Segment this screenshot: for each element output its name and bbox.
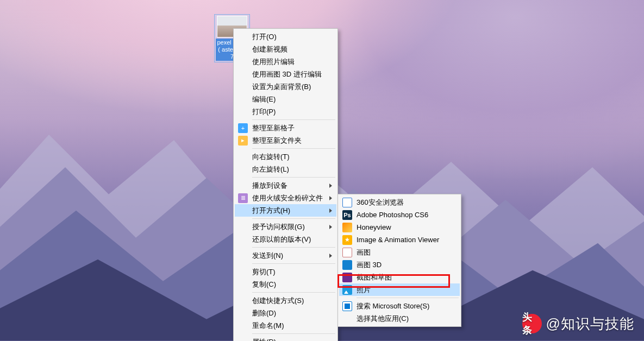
main-menu-item-access[interactable]: 授予访问权限(G) [235, 220, 336, 233]
openwith-menu-item-iav[interactable]: ★Image & Animation Viewer [339, 233, 460, 246]
menu-item-label: 复制(C) [252, 280, 276, 289]
menu-item-label: 打印(P) [252, 107, 276, 117]
openwith-menu-item-photos[interactable]: 照片 [339, 283, 460, 296]
main-menu-item-newgrid[interactable]: +整理至新格子 [235, 122, 336, 134]
menu-item-label: 删除(D) [252, 308, 276, 318]
hv-icon [342, 223, 352, 232]
menu-item-label: Honeyview [357, 223, 391, 231]
menu-item-label: 照片 [357, 285, 371, 295]
photos-icon [342, 285, 352, 295]
paint3d-icon [342, 260, 352, 270]
main-menu-item-delete[interactable]: 删除(D) [235, 307, 336, 319]
main-menu-item-cast[interactable]: 播放到设备 [235, 179, 336, 192]
menu-item-label: 发送到(N) [252, 251, 283, 261]
menu-item-label: 授予访问权限(G) [252, 222, 305, 232]
menu-separator [357, 298, 459, 298]
menu-item-label: 打开方式(H) [252, 206, 290, 216]
main-menu-item-setbg[interactable]: 设置为桌面背景(B) [235, 80, 336, 93]
main-menu-item-restore[interactable]: 还原以前的版本(V) [235, 233, 336, 245]
main-menu-item-newvideo[interactable]: 创建新视频 [235, 43, 336, 55]
menu-separator [252, 263, 335, 264]
openwith-menu-item-360[interactable]: e360安全浏览器 [339, 196, 460, 209]
main-menu-item-editphotos[interactable]: 使用照片编辑 [235, 55, 336, 68]
plus-icon: + [238, 123, 248, 133]
snip-icon [342, 273, 352, 282]
main-menu-item-print[interactable]: 打印(P) [235, 105, 336, 118]
openwith-menu-item-honey[interactable]: Honeyview [339, 221, 460, 233]
main-menu-item-cut[interactable]: 剪切(T) [235, 266, 336, 278]
main-menu-item-copy[interactable]: 复制(C) [235, 278, 336, 291]
main-menu-item-paint3dedit[interactable]: 使用画图 3D 进行编辑 [235, 68, 336, 80]
main-menu-item-edit[interactable]: 编辑(E) [235, 93, 336, 105]
menu-item-label: 向右旋转(T) [252, 152, 290, 162]
main-menu-item-newfolder[interactable]: ▸整理至新文件夹 [235, 134, 336, 147]
menu-separator [252, 247, 335, 248]
menu-item-label: 重命名(M) [252, 321, 284, 331]
menu-item-label: 搜索 Microsoft Store(S) [357, 301, 429, 311]
main-menu-item-open[interactable]: 打开(O) [235, 30, 336, 43]
menu-separator [252, 177, 335, 178]
menu-item-label: 属性(R) [252, 337, 276, 342]
openwith-menu-item-paint3d[interactable]: 画图 3D [339, 258, 460, 271]
menu-item-label: Image & Animation Viewer [357, 236, 439, 244]
menu-item-label: 整理至新格子 [252, 123, 295, 133]
shred-icon: ≣ [238, 193, 248, 203]
menu-item-label: 播放到设备 [252, 181, 287, 191]
menu-item-label: 还原以前的版本(V) [252, 235, 311, 244]
menu-item-label: 360安全浏览器 [357, 198, 404, 207]
main-menu-item-openwith[interactable]: 打开方式(H) [235, 204, 336, 217]
main-menu-item-props[interactable]: 属性(R) [235, 336, 336, 341]
main-menu-item-shred[interactable]: ≣使用火绒安全粉碎文件 [235, 192, 336, 204]
openwith-menu-item-choose[interactable]: 选择其他应用(C) [339, 312, 460, 325]
paint-icon [342, 248, 352, 257]
openwith-menu-item-store[interactable]: 搜索 Microsoft Store(S) [339, 300, 460, 312]
openwith-menu-item-snip[interactable]: 截图和草图 [339, 271, 460, 283]
menu-separator [252, 119, 335, 120]
menu-item-label: 创建快捷方式(S) [252, 296, 304, 306]
menu-item-label: 创建新视频 [252, 45, 287, 54]
openwith-menu-item-pscs6[interactable]: PsAdobe Photoshop CS6 [339, 209, 460, 221]
menu-item-label: Adobe Photoshop CS6 [357, 211, 428, 219]
folder-icon: ▸ [238, 136, 248, 146]
menu-item-label: 选择其他应用(C) [357, 314, 409, 324]
menu-separator [252, 148, 335, 149]
main-menu-item-shortcut[interactable]: 创建快捷方式(S) [235, 294, 336, 307]
menu-separator [252, 292, 335, 293]
ps-icon: Ps [342, 210, 352, 220]
watermark-logo: 头条 [522, 314, 542, 333]
menu-separator [252, 333, 335, 334]
menu-item-label: 画图 3D [357, 260, 382, 270]
context-menu-openwith: e360安全浏览器PsAdobe Photoshop CS6Honeyview★… [337, 194, 461, 327]
iav-icon: ★ [342, 235, 352, 245]
menu-item-label: 设置为桌面背景(B) [252, 82, 311, 92]
openwith-menu-item-paint[interactable]: 画图 [339, 246, 460, 258]
main-menu-item-sendto[interactable]: 发送到(N) [235, 249, 336, 262]
menu-item-label: 画图 [357, 248, 371, 257]
watermark-text: @知识与技能 [546, 314, 634, 333]
store-icon [342, 301, 352, 311]
context-menu-main: 打开(O)创建新视频使用照片编辑使用画图 3D 进行编辑设置为桌面背景(B)编辑… [233, 28, 338, 341]
menu-item-label: 使用火绒安全粉碎文件 [252, 193, 323, 203]
menu-item-label: 编辑(E) [252, 94, 276, 104]
main-menu-item-rename[interactable]: 重命名(M) [235, 319, 336, 332]
ie-icon: e [342, 198, 352, 207]
menu-item-label: 使用照片编辑 [252, 57, 295, 67]
watermark: 头条 @知识与技能 [522, 314, 634, 333]
menu-item-label: 整理至新文件夹 [252, 136, 302, 146]
main-menu-item-rotl[interactable]: 向左旋转(L) [235, 163, 336, 175]
menu-item-label: 使用画图 3D 进行编辑 [252, 70, 322, 79]
menu-separator [252, 218, 335, 219]
menu-item-label: 剪切(T) [252, 267, 276, 277]
menu-item-label: 向左旋转(L) [252, 165, 289, 174]
menu-item-label: 打开(O) [252, 32, 277, 42]
main-menu-item-rotr[interactable]: 向右旋转(T) [235, 150, 336, 163]
menu-item-label: 截图和草图 [357, 273, 392, 282]
